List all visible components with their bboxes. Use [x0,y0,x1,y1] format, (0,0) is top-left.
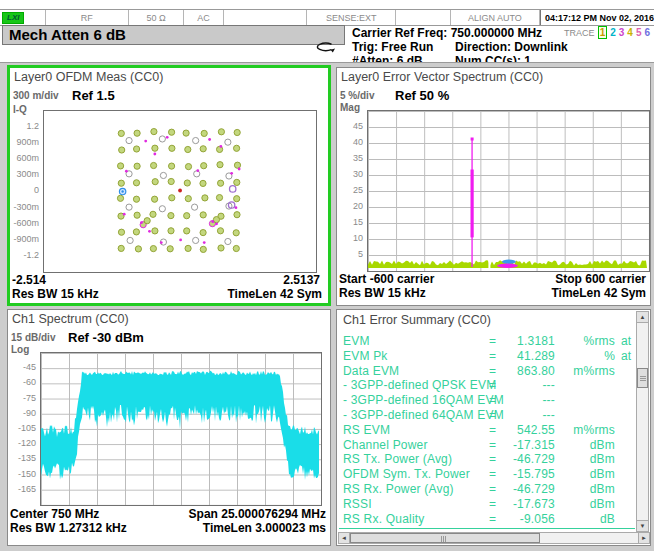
evm-resbw-label: Res BW 15 kHz [339,286,426,300]
metric-value: 1.3181 [495,334,555,348]
y-tick-label: 30 [353,169,363,179]
evm-stop-label: Stop 600 carrier [555,272,646,286]
summary-row: RSSI=-17.673dBm [343,497,637,512]
summary-row: - 3GPP-defined 64QAM EVM=--- [343,408,637,423]
y-tick-label: 45 [353,121,363,131]
summary-row: EVM=1.3181%rmsat [343,334,637,349]
y-tick-label: 1.2 [26,121,39,131]
metric-name: RS Rx. Quality [343,512,425,526]
error-vector-spectrum-panel[interactable]: Layer0 Error Vector Spectrum (CC0) 5 %/d… [336,67,651,306]
spectrum-panel[interactable]: Ch1 Spectrum (CC0) 15 dB/div Ref -30 dBm… [7,309,331,546]
metric-unit: %rms [557,334,615,348]
y-tick-label: -75 [23,393,36,403]
ofdm-xmin-label: -2.514 [12,273,46,287]
metric-unit: m%rms [557,423,615,437]
vertical-scrollbar[interactable]: ▲ ▼ [636,311,649,532]
status-spacer [224,10,307,25]
metric-value: -9.056 [495,512,555,526]
metric-value: 863.80 [495,364,555,378]
metric-name: RS Tx. Power (Avg) [343,452,452,466]
metric-unit: dBm [557,497,615,511]
metric-unit: % [557,349,615,363]
spectrum-plot [40,352,322,506]
y-tick-label: -135 [18,453,36,463]
vertical-scroll-thumb[interactable] [637,368,648,388]
datetime-text: 04:17:12 PM Nov 02, 2016 [540,10,654,25]
summary-row: EVM Pk=41.289%at [343,349,637,364]
metric-value: --- [495,378,555,392]
metric-name: EVM Pk [343,349,388,363]
evm-trace-svg [368,111,647,269]
ofdm-ref-label: Ref 1.5 [72,88,115,103]
metric-value: -17.315 [495,438,555,452]
y-tick-label: -150 [18,469,36,479]
mech-atten-label: Mech Atten 6 dB [9,26,126,43]
ofdm-timelen-label: TimeLen 42 Sym [228,287,323,301]
y-tick-label: 35 [353,153,363,163]
evm-title: Layer0 Error Vector Spectrum (CC0) [341,70,543,84]
spectrum-span-label: Span 25.000076294 MHz [189,507,326,521]
evm-plot [367,110,650,272]
summary-divider [339,528,635,529]
coupling-indicator: AC [184,10,224,25]
ofdm-resbw-label: Res BW 15 kHz [12,287,99,301]
metric-unit: m%rms [557,364,615,378]
horizontal-scroll-thumb[interactable] [350,533,540,543]
y-tick-label: -60 [23,377,36,387]
y-tick-label: -900m [13,234,39,244]
status-spacer [396,10,450,25]
continuous-sweep-icon [313,40,335,54]
trace-select-1[interactable]: 1 [598,26,608,39]
ofdm-ytick-column: 1.2900m600m300m0-300m-600m-900m-1.2 [10,68,41,303]
trace-select-5[interactable]: 5 [636,27,642,38]
metric-value: 542.55 [495,423,555,437]
direction-text: Direction: Downlink [455,41,568,54]
spectrum-timelen-label: TimeLen 3.000023 ms [203,521,326,535]
trace-select-3[interactable]: 3 [619,27,625,38]
metric-value: --- [495,393,555,407]
y-tick-label: -120 [18,438,36,448]
scroll-down-arrow[interactable]: ▼ [637,520,648,531]
metric-unit: dB [557,512,615,526]
horizontal-scrollbar[interactable]: ◄ ► [338,532,650,544]
scroll-up-arrow[interactable]: ▲ [637,312,648,323]
spectrum-ref-label: Ref -30 dBm [68,330,144,345]
metric-name: RS EVM [343,423,390,437]
analyzer-screen: LXI RF 50 Ω AC SENSE:EXT ALIGN AUTO 04:1… [0,0,654,551]
trace-select-4[interactable]: 4 [627,27,633,38]
thumb-grip [441,536,446,542]
ofdm-meas-panel[interactable]: Layer0 OFDM Meas (CC0) 300 m/div Ref 1.5… [7,65,331,306]
evm-start-label: Start -600 carrier [339,272,434,286]
summary-row: RS Rx. Quality=-9.056dB [343,512,637,527]
spectrum-resbw-label: Res BW 1.27312 kHz [10,521,127,535]
trace-select-2[interactable]: 2 [610,27,616,38]
y-tick-label: 10 [353,233,363,243]
y-tick-label: -600m [13,218,39,228]
mech-atten-box[interactable]: Mech Atten 6 dB [2,25,345,45]
summary-row: RS EVM=542.55m%rms [343,423,637,438]
metric-name: - 3GPP-defined QPSK EVM [343,378,496,392]
summary-row: Channel Power=-17.315dBm [343,438,637,453]
error-summary-panel[interactable]: Ch1 Error Summary (CC0) EVM=1.3181%rmsat… [336,309,651,546]
y-tick-label: 20 [353,201,363,211]
metric-name: RS Rx. Power (Avg) [343,482,454,496]
scroll-right-arrow[interactable]: ► [638,533,649,543]
summary-row: - 3GPP-defined QPSK EVM=--- [343,378,637,393]
trace-digits: 123456 [595,28,650,38]
metric-value: -15.795 [495,467,555,481]
carrier-ref-text: Carrier Ref Freq: 750.000000 MHz [352,27,542,40]
metric-extra: at [621,349,631,363]
evm-ytick-column: 45403530252015105 [337,68,365,305]
evm-ref-label: Ref 50 % [395,88,449,103]
metric-unit: dBm [557,482,615,496]
metric-name: RSSI [343,497,372,511]
y-tick-label: 5 [358,249,363,259]
thumb-grip [640,376,646,381]
summary-row: OFDM Sym. Tx. Power=-15.795dBm [343,467,637,482]
constellation-plot [43,110,317,273]
summary-row: RS Rx. Power (Avg)=-46.729dBm [343,482,637,497]
trace-select-6[interactable]: 6 [644,27,650,38]
status-strip: LXI RF 50 Ω AC SENSE:EXT ALIGN AUTO 04:1… [0,9,654,26]
metric-name: Channel Power [343,438,428,452]
scroll-left-arrow[interactable]: ◄ [339,533,350,543]
